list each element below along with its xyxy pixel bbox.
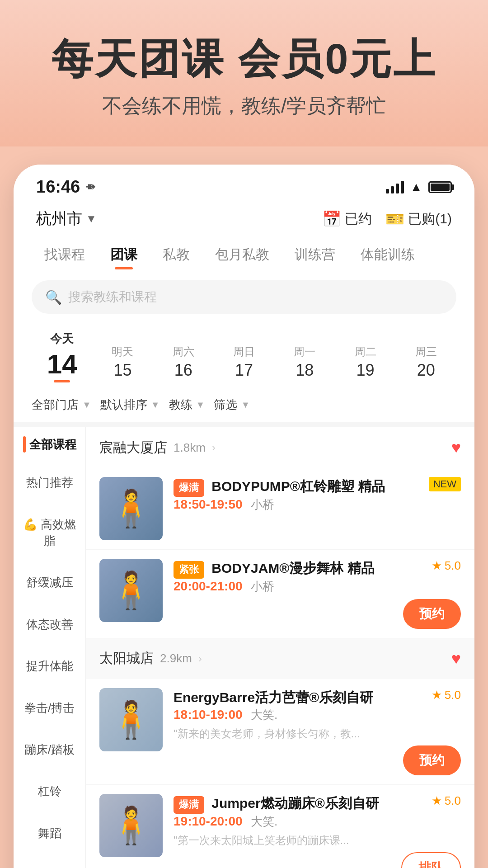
course-title: 爆满 Jumper燃动蹦床®乐刻自研 bbox=[174, 794, 427, 814]
date-number-1: 15 bbox=[92, 361, 153, 380]
sidebar-item-fat-burn[interactable]: 💪 高效燃脂 bbox=[14, 504, 85, 562]
course-info: EnergyBarre活力芭蕾®乐刻自研 ★ 5.0 18:10-19:00 大… bbox=[174, 688, 461, 775]
status-bar: 16:46 ⤁ ▲ bbox=[14, 165, 474, 201]
status-badge-full: 爆满 bbox=[174, 479, 204, 497]
tab-group-class[interactable]: 团课 bbox=[98, 238, 150, 271]
sidebar-item-strength[interactable]: 提升体能 bbox=[14, 645, 85, 687]
course-rating: ★ 5.0 bbox=[432, 688, 461, 702]
filter-more[interactable]: 筛选 ▼ bbox=[214, 397, 250, 413]
table-row[interactable]: 🧍 EnergyBarre活力芭蕾®乐刻自研 ★ 5.0 18:10-19:00… bbox=[86, 679, 474, 785]
date-item-5[interactable]: 周二 19 bbox=[335, 341, 395, 383]
course-teacher: 小桥 bbox=[251, 580, 274, 593]
sidebar-item-hot[interactable]: 热门推荐 bbox=[14, 462, 85, 503]
date-item-2[interactable]: 周六 16 bbox=[153, 341, 214, 383]
signal-icon bbox=[386, 181, 404, 193]
date-item-6[interactable]: 周三 20 bbox=[396, 341, 456, 383]
sidebar-item-trampoline[interactable]: 蹦床/踏板 bbox=[14, 729, 85, 770]
search-input[interactable]: 搜索教练和课程 bbox=[68, 288, 157, 306]
booked-button[interactable]: 📅 已约 bbox=[322, 210, 372, 228]
search-bar[interactable]: 🔍 搜索教练和课程 bbox=[32, 280, 456, 314]
filter-bar: 全部门店 ▼ 默认排序 ▼ 教练 ▼ 筛选 ▼ bbox=[14, 388, 474, 422]
sidebar-item-relax[interactable]: 舒缓减压 bbox=[14, 561, 85, 603]
favorite-icon-2[interactable]: ♥ bbox=[451, 649, 461, 668]
tab-find-course[interactable]: 找课程 bbox=[32, 238, 98, 271]
date-label-today: 今天 bbox=[32, 331, 92, 347]
tab-fitness-training[interactable]: 体能训练 bbox=[348, 238, 427, 271]
status-badge-tight: 紧张 bbox=[174, 561, 204, 579]
new-badge: NEW bbox=[429, 477, 461, 491]
course-action: 预约 bbox=[174, 745, 461, 775]
course-list: 宸融大厦店 1.8km › ♥ 🧍 爆满 BODYPUMP®杠铃雕塑 精品 bbox=[86, 427, 474, 868]
chevron-down-icon: ▼ bbox=[241, 400, 250, 410]
date-item-1[interactable]: 明天 15 bbox=[92, 341, 153, 383]
date-number-2: 16 bbox=[153, 361, 214, 380]
tab-camp[interactable]: 训练营 bbox=[282, 238, 348, 271]
course-title: 紧张 BODYJAM®漫步舞林 精品 bbox=[174, 559, 427, 579]
course-title: EnergyBarre活力芭蕾®乐刻自研 bbox=[174, 688, 427, 707]
course-title: 爆满 BODYPUMP®杠铃雕塑 精品 bbox=[174, 477, 424, 497]
sidebar-item-barbell[interactable]: 杠铃 bbox=[14, 770, 85, 812]
date-selector: 今天 14 明天 15 周六 16 周日 17 周一 18 周二 19 周三 2… bbox=[14, 323, 474, 388]
status-time: 16:46 ⤁ bbox=[36, 177, 95, 197]
course-time: 20:00-21:00 bbox=[174, 579, 243, 593]
status-icons: ▲ bbox=[386, 180, 452, 194]
filter-coach[interactable]: 教练 ▼ bbox=[169, 397, 205, 413]
course-teacher: 小桥 bbox=[251, 498, 274, 511]
date-label-3: 周日 bbox=[214, 344, 274, 359]
course-time-teacher: 18:50-19:50 小桥 bbox=[174, 497, 461, 513]
chevron-down-icon: ▼ bbox=[86, 212, 97, 225]
location-selector[interactable]: 杭州市 ▼ bbox=[36, 208, 97, 229]
chevron-down-icon: ▼ bbox=[196, 400, 205, 410]
sidebar-item-yoga[interactable]: 瑜伽 bbox=[14, 854, 85, 868]
sidebar-item-dance[interactable]: 舞蹈 bbox=[14, 812, 85, 854]
chevron-down-icon: ▼ bbox=[151, 400, 160, 410]
filter-store[interactable]: 全部门店 ▼ bbox=[32, 397, 91, 413]
course-title-row: EnergyBarre活力芭蕾®乐刻自研 ★ 5.0 bbox=[174, 688, 461, 707]
store-info-2: 太阳城店 2.9km › bbox=[99, 649, 202, 668]
table-row[interactable]: 🧍 爆满 Jumper燃动蹦床®乐刻自研 ★ 5.0 1 bbox=[86, 785, 474, 868]
date-label-2: 周六 bbox=[153, 344, 214, 359]
hero-title: 每天团课 会员0元上 bbox=[27, 36, 461, 82]
date-item-3[interactable]: 周日 17 bbox=[214, 341, 274, 383]
course-teacher: 大笑. bbox=[251, 708, 277, 722]
date-today[interactable]: 今天 14 bbox=[32, 327, 92, 383]
date-label-1: 明天 bbox=[92, 344, 153, 359]
search-icon: 🔍 bbox=[45, 289, 62, 305]
purchased-button[interactable]: 🎫 已购(1) bbox=[385, 210, 452, 228]
tab-private[interactable]: 私教 bbox=[150, 238, 202, 271]
navigation-icon: ⤁ bbox=[85, 180, 95, 194]
sidebar-item-boxing[interactable]: 拳击/搏击 bbox=[14, 687, 85, 729]
date-label-6: 周三 bbox=[396, 344, 456, 359]
category-sidebar: 全部课程 热门推荐 💪 高效燃脂 舒缓减压 体态改善 提升体能 拳击/搏击 蹦床… bbox=[14, 427, 86, 868]
course-action: 预约 bbox=[174, 599, 461, 629]
sidebar-section-title: 全部课程 bbox=[14, 427, 85, 462]
course-time-teacher: 20:00-21:00 小桥 bbox=[174, 579, 461, 594]
sidebar-item-posture[interactable]: 体态改善 bbox=[14, 604, 85, 645]
phone-mockup: 16:46 ⤁ ▲ 杭州市 ▼ 📅 已约 bbox=[14, 165, 474, 868]
course-time: 18:10-19:00 bbox=[174, 708, 243, 722]
store-info-1: 宸融大厦店 1.8km › bbox=[99, 439, 216, 457]
store-header-1[interactable]: 宸融大厦店 1.8km › ♥ bbox=[86, 427, 474, 468]
rating-value: 5.0 bbox=[445, 688, 461, 702]
table-row[interactable]: 🧍 爆满 BODYPUMP®杠铃雕塑 精品 NEW 18:50-19:50 小桥 bbox=[86, 468, 474, 550]
tab-monthly-private[interactable]: 包月私教 bbox=[202, 238, 282, 271]
chevron-right-icon: › bbox=[212, 441, 216, 454]
favorite-icon-1[interactable]: ♥ bbox=[451, 438, 461, 457]
store-header-2[interactable]: 太阳城店 2.9km › ♥ bbox=[86, 638, 474, 679]
hero-section: 每天团课 会员0元上 不会练不用慌，教练/学员齐帮忙 bbox=[0, 0, 488, 146]
chevron-right-icon: › bbox=[198, 652, 202, 665]
hero-subtitle: 不会练不用慌，教练/学员齐帮忙 bbox=[27, 93, 461, 119]
store-dist-2: 2.9km bbox=[160, 651, 192, 665]
course-title-row: 爆满 BODYPUMP®杠铃雕塑 精品 NEW bbox=[174, 477, 461, 497]
reserve-button[interactable]: 预约 bbox=[403, 745, 461, 775]
course-rating: ★ 5.0 bbox=[432, 559, 461, 573]
course-thumbnail: 🧍 bbox=[99, 794, 163, 857]
course-description: "第一次来太阳城上笑老师的蹦床课... bbox=[174, 833, 461, 848]
date-item-4[interactable]: 周一 18 bbox=[274, 341, 335, 383]
table-row[interactable]: 🧍 紧张 BODYJAM®漫步舞林 精品 ★ 5.0 2 bbox=[86, 550, 474, 638]
date-number-5: 19 bbox=[335, 361, 395, 380]
reserve-button[interactable]: 预约 bbox=[403, 599, 461, 629]
ticket-icon: 🎫 bbox=[385, 210, 404, 228]
filter-sort[interactable]: 默认排序 ▼ bbox=[100, 397, 160, 413]
queue-button[interactable]: 排队 bbox=[401, 852, 461, 868]
